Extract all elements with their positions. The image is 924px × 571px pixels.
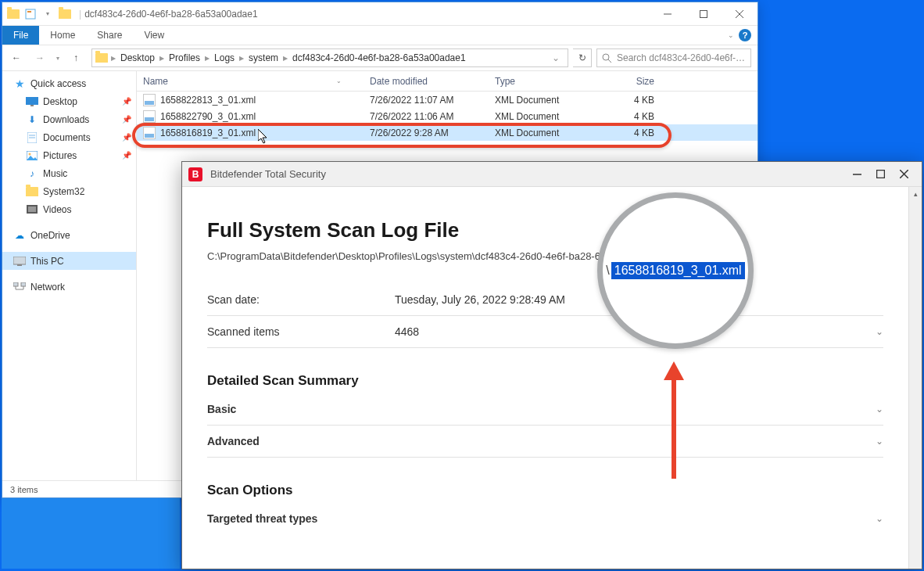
- bd-minimize-button[interactable]: [845, 165, 868, 184]
- tab-file[interactable]: File: [2, 26, 39, 45]
- qat-dropdown-icon[interactable]: ▾: [41, 8, 54, 20]
- nav-desktop[interactable]: Desktop📌: [2, 92, 136, 110]
- star-icon: ★: [13, 77, 26, 90]
- cloud-icon: ☁: [13, 229, 26, 242]
- breadcrumb-item[interactable]: Logs: [213, 52, 236, 63]
- pictures-icon: [26, 149, 38, 162]
- bd-row-scanned-items[interactable]: Scanned items 4468 ⌄: [207, 316, 883, 348]
- nav-documents[interactable]: Documents📌: [2, 128, 136, 146]
- bd-row-scan-date: Scan date: Tuesday, July 26, 2022 9:28:4…: [207, 284, 883, 316]
- bd-window-title: Bitdefender Total Security: [210, 168, 326, 180]
- svg-rect-18: [17, 264, 22, 266]
- breadcrumb-item[interactable]: dcf483c4-26d0-4e6f-ba28-6a53a00adae1: [291, 52, 467, 63]
- svg-rect-3: [700, 10, 707, 17]
- bd-scrollbar[interactable]: ▴: [908, 187, 922, 569]
- nav-system32[interactable]: System32: [2, 182, 136, 200]
- address-history-dropdown[interactable]: ⌄: [547, 52, 564, 63]
- nav-forward-button[interactable]: →: [29, 48, 51, 67]
- desktop-background-strip: [2, 498, 180, 569]
- svg-rect-16: [28, 206, 36, 212]
- breadcrumb-item[interactable]: Profiles: [167, 52, 202, 63]
- maximize-button[interactable]: [686, 2, 722, 26]
- svg-point-6: [603, 54, 609, 60]
- tab-share[interactable]: Share: [86, 26, 133, 45]
- column-date[interactable]: Date modified: [364, 76, 489, 87]
- svg-rect-19: [13, 282, 18, 286]
- bd-row-basic[interactable]: Basic ⌄: [207, 393, 883, 426]
- magnified-filename: 1658816819_3_01.xml: [611, 262, 745, 279]
- bd-titlebar[interactable]: B Bitdefender Total Security: [182, 162, 922, 187]
- search-placeholder: Search dcf483c4-26d0-4e6f-…: [617, 52, 745, 63]
- scroll-up-icon[interactable]: ▴: [909, 187, 922, 200]
- close-button[interactable]: [722, 2, 757, 26]
- titlebar[interactable]: ▾ | dcf483c4-26d0-4e6f-ba28-6a53a00adae1: [2, 2, 757, 26]
- tab-view[interactable]: View: [133, 26, 175, 45]
- nav-back-button[interactable]: ←: [5, 48, 27, 67]
- column-name[interactable]: Name⌄: [137, 76, 364, 87]
- pin-icon: 📌: [122, 115, 131, 124]
- status-item-count: 3 items: [10, 485, 38, 494]
- xml-file-icon: [143, 110, 156, 123]
- nav-pictures[interactable]: Pictures📌: [2, 146, 136, 164]
- bd-close-button[interactable]: [892, 165, 915, 184]
- chevron-right-icon[interactable]: ▶: [238, 55, 245, 62]
- pc-icon: [13, 255, 26, 268]
- chevron-right-icon[interactable]: ▶: [281, 55, 289, 62]
- nav-up-button[interactable]: ↑: [65, 48, 87, 67]
- column-size[interactable]: Size: [598, 76, 661, 87]
- nav-videos[interactable]: Videos: [2, 200, 136, 218]
- search-icon: [602, 53, 612, 63]
- breadcrumb-item[interactable]: Desktop: [119, 52, 156, 63]
- nav-downloads[interactable]: ⬇Downloads📌: [2, 110, 136, 128]
- bd-row-targeted[interactable]: Targeted threat types ⌄: [207, 503, 883, 534]
- search-input[interactable]: Search dcf483c4-26d0-4e6f-…: [596, 48, 751, 67]
- documents-icon: [26, 131, 38, 144]
- bitdefender-logo-icon: B: [188, 167, 202, 181]
- folder-icon: [26, 185, 38, 198]
- nav-quick-access[interactable]: ★Quick access: [2, 74, 136, 92]
- nav-bar: ← → ▾ ↑ ▶ Desktop ▶ Profiles ▶ Logs ▶ sy…: [2, 45, 757, 71]
- file-row-selected[interactable]: 1658816819_3_01.xml 7/26/2022 9:28 AM XM…: [137, 124, 757, 141]
- pin-icon: 📌: [122, 151, 131, 160]
- chevron-down-icon: ⌄: [876, 513, 883, 524]
- file-row[interactable]: 1658822790_3_01.xml 7/26/2022 11:06 AM X…: [137, 108, 757, 124]
- nav-this-pc[interactable]: This PC: [2, 252, 136, 270]
- bd-row-advanced[interactable]: Advanced ⌄: [207, 426, 883, 458]
- nav-onedrive[interactable]: ☁OneDrive: [2, 226, 136, 244]
- nav-recent-dropdown[interactable]: ▾: [52, 48, 63, 67]
- chevron-right-icon[interactable]: ▶: [109, 55, 117, 62]
- minimize-button[interactable]: [650, 2, 686, 26]
- nav-network[interactable]: Network: [2, 278, 136, 296]
- bitdefender-window: B Bitdefender Total Security Full System…: [181, 161, 922, 569]
- help-icon[interactable]: ?: [739, 29, 751, 41]
- tab-home[interactable]: Home: [39, 26, 86, 45]
- bd-summary-heading: Detailed Scan Summary: [207, 373, 883, 389]
- folder-icon: [95, 52, 108, 64]
- bd-heading: Full System Scan Log File: [207, 218, 883, 242]
- column-headers: Name⌄ Date modified Type Size: [137, 71, 757, 92]
- window-title: dcf483c4-26d0-4e6f-ba28-6a53a00adae1: [84, 9, 258, 20]
- ribbon-tabs: File Home Share View ⌄ ?: [2, 26, 757, 45]
- folder-icon: [7, 8, 20, 20]
- svg-rect-9: [30, 105, 34, 106]
- bd-maximize-button[interactable]: [868, 165, 892, 184]
- pin-icon: 📌: [122, 97, 131, 106]
- music-icon: ♪: [26, 167, 38, 180]
- file-rows: 1658822813_3_01.xml 7/26/2022 11:07 AM X…: [137, 92, 757, 141]
- column-type[interactable]: Type: [489, 76, 598, 87]
- refresh-button[interactable]: ↻: [573, 48, 592, 67]
- address-bar[interactable]: ▶ Desktop ▶ Profiles ▶ Logs ▶ system ▶ d…: [91, 48, 568, 67]
- nav-music[interactable]: ♪Music: [2, 164, 136, 182]
- breadcrumb-item[interactable]: system: [247, 52, 280, 63]
- ribbon-expand-icon[interactable]: ⌄: [728, 31, 734, 39]
- svg-rect-20: [21, 282, 26, 286]
- xml-file-icon: [143, 127, 156, 139]
- properties-icon[interactable]: [24, 8, 37, 20]
- bd-log-path: C:\ProgramData\Bitdefender\Desktop\Profi…: [207, 250, 883, 262]
- chevron-down-icon: ⌄: [876, 326, 883, 337]
- svg-rect-8: [26, 97, 38, 105]
- chevron-right-icon[interactable]: ▶: [158, 55, 166, 62]
- chevron-down-icon: ⌄: [876, 404, 883, 415]
- file-row[interactable]: 1658822813_3_01.xml 7/26/2022 11:07 AM X…: [137, 92, 757, 108]
- chevron-right-icon[interactable]: ▶: [203, 55, 211, 62]
